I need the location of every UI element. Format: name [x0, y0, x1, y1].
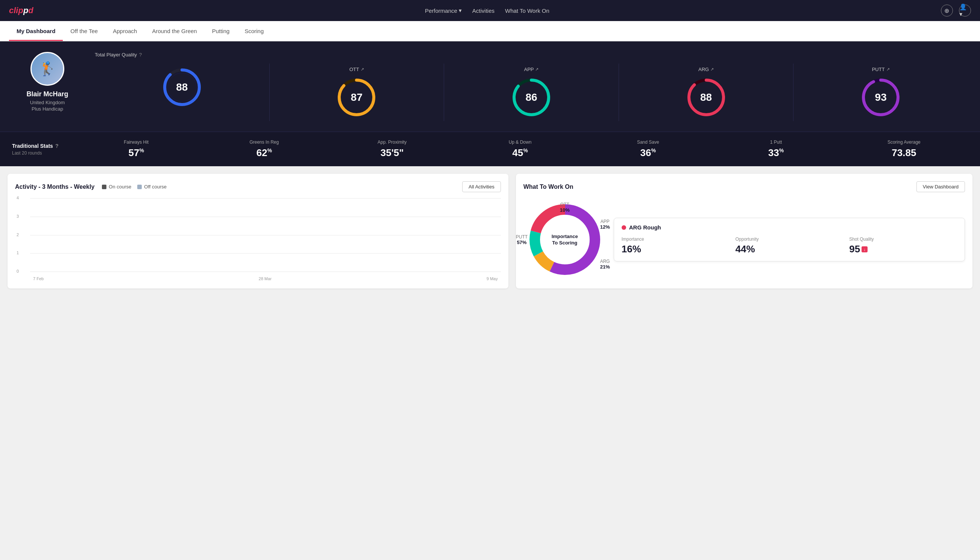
- legend-on-course: On course: [102, 184, 131, 190]
- stat-app-proximity: App. Proximity 35'5": [328, 140, 456, 159]
- tab-putting[interactable]: Putting: [205, 21, 237, 41]
- score-total: 88: [95, 63, 270, 121]
- nav-right: ⊕ 👤 ▾: [941, 5, 971, 17]
- dot-red: [622, 225, 626, 230]
- stats-row: Traditional Stats ? Last 20 rounds Fairw…: [0, 132, 980, 166]
- tab-off-the-tee[interactable]: Off the Tee: [63, 21, 105, 41]
- top-nav: clippd Performance ▾ Activities What To …: [0, 0, 980, 21]
- activity-panel: Activity - 3 Months - Weekly On course O…: [8, 174, 508, 288]
- gauge-ott: 87: [336, 77, 377, 118]
- metric-importance: Importance 16%: [622, 237, 730, 255]
- info-card-title: ARG Rough: [622, 224, 957, 230]
- score-putt: PUTT ↗ 93: [794, 63, 968, 121]
- player-name: Blair McHarg: [26, 90, 68, 98]
- gauge-arg-value: 88: [700, 92, 712, 103]
- what-to-work-panel: What To Work On View Dashboard Importanc…: [516, 174, 972, 288]
- tab-my-dashboard[interactable]: My Dashboard: [9, 21, 63, 41]
- bars-container: [30, 198, 501, 272]
- scores-row: 88 OTT ↗ 87 AP: [95, 63, 968, 121]
- tab-scoring[interactable]: Scoring: [237, 21, 271, 41]
- score-arg: ARG ↗ 88: [619, 63, 794, 121]
- quality-label: Total Player Quality ?: [95, 52, 968, 58]
- bar-group-2: [118, 271, 158, 272]
- info-metrics: Importance 16% Opportunity 44% Shot Qual…: [622, 237, 957, 255]
- score-cat-arg: ARG ↗: [698, 67, 714, 72]
- legend-on-dot: [102, 185, 106, 189]
- gauge-total-value: 88: [176, 81, 188, 93]
- all-activities-button[interactable]: All Activities: [462, 181, 501, 192]
- add-icon[interactable]: ⊕: [941, 5, 953, 17]
- stats-sub: Last 20 rounds: [12, 150, 72, 156]
- gauge-putt: 93: [860, 77, 902, 118]
- donut-label-arg: ARG 21%: [600, 259, 610, 270]
- stat-sand-save: Sand Save 36%: [584, 140, 712, 159]
- quality-section: Total Player Quality ? 88 OTT: [95, 52, 968, 121]
- donut-center-line1: Importance: [552, 233, 578, 240]
- gauge-app: 86: [511, 77, 552, 118]
- metric-shot-quality: Shot Quality 95 ↓: [849, 237, 957, 255]
- nav-what-to-work-on[interactable]: What To Work On: [505, 8, 549, 14]
- activity-title: Activity - 3 Months - Weekly: [15, 183, 95, 190]
- what-to-work-header: What To Work On View Dashboard: [524, 181, 965, 192]
- stat-scoring-avg: Scoring Average 73.85: [840, 140, 968, 159]
- stats-title: Traditional Stats ?: [12, 143, 72, 149]
- score-cat-ott: OTT ↗: [349, 67, 364, 72]
- what-to-work-body: Importance To Scoring OTT 10% APP 12% AR…: [524, 198, 965, 281]
- what-to-work-title: What To Work On: [524, 183, 574, 190]
- donut-wrapper: Importance To Scoring OTT 10% APP 12% AR…: [524, 198, 606, 281]
- tabs-bar: My Dashboard Off the Tee Approach Around…: [0, 21, 980, 42]
- legend-off-course: Off course: [137, 184, 166, 190]
- logo: clippd: [9, 6, 33, 15]
- bottom-panels: Activity - 3 Months - Weekly On course O…: [0, 166, 980, 296]
- gauge-total: 88: [161, 67, 203, 108]
- activity-panel-header: Activity - 3 Months - Weekly On course O…: [15, 181, 501, 192]
- score-ott: OTT ↗ 87: [270, 63, 444, 121]
- help-icon[interactable]: ?: [139, 52, 142, 58]
- user-menu[interactable]: 👤 ▾: [959, 5, 971, 17]
- nav-performance[interactable]: Performance ▾: [425, 7, 462, 14]
- score-cat-app: APP ↗: [524, 67, 539, 72]
- chart-area: 4 3 2 1 0 7 Feb 28 Mar 9 May: [15, 198, 501, 281]
- score-cat-putt: PUTT ↗: [872, 67, 890, 72]
- stats-help-icon[interactable]: ?: [55, 143, 59, 149]
- stat-greens-in-reg: Greens In Reg 62%: [200, 140, 328, 159]
- tab-around-the-green[interactable]: Around the Green: [145, 21, 204, 41]
- player-handicap: Plus Handicap: [32, 106, 63, 112]
- player-country: United Kingdom: [30, 100, 65, 105]
- x-labels: 7 Feb 28 Mar 9 May: [30, 277, 501, 281]
- bar-group-1: [76, 271, 116, 272]
- gauge-ott-value: 87: [351, 92, 363, 103]
- donut-label-ott: OTT 10%: [560, 202, 570, 213]
- metric-opportunity: Opportunity 44%: [735, 237, 843, 255]
- gauge-app-value: 86: [525, 92, 537, 103]
- stats-label: Traditional Stats ? Last 20 rounds: [12, 143, 72, 156]
- view-dashboard-button[interactable]: View Dashboard: [917, 181, 965, 192]
- avatar: 🏌️: [30, 52, 64, 86]
- stat-up-down: Up & Down 45%: [456, 140, 584, 159]
- nav-activities[interactable]: Activities: [473, 8, 494, 14]
- donut-label-putt: PUTT 57%: [516, 234, 527, 245]
- tab-approach[interactable]: Approach: [105, 21, 145, 41]
- donut-center-line2: To Scoring: [552, 240, 578, 246]
- gauge-arg: 88: [686, 77, 727, 118]
- player-info: 🏌️ Blair McHarg United Kingdom Plus Hand…: [12, 52, 95, 121]
- donut-center: Importance To Scoring: [552, 233, 578, 246]
- shot-quality-badge: ↓: [862, 246, 868, 252]
- chart-legend: On course Off course: [102, 184, 166, 190]
- score-app: APP ↗ 86: [444, 63, 619, 121]
- donut-label-app: APP 12%: [600, 219, 610, 230]
- stat-1-putt: 1 Putt 33%: [712, 140, 840, 159]
- stat-fairways-hit: Fairways Hit 57%: [72, 140, 200, 159]
- info-card: ARG Rough Importance 16% Opportunity 44%: [614, 218, 965, 262]
- legend-off-dot: [137, 185, 142, 189]
- gauge-putt-value: 93: [875, 92, 887, 103]
- hero-section: 🏌️ Blair McHarg United Kingdom Plus Hand…: [0, 42, 980, 132]
- nav-links: Performance ▾ Activities What To Work On: [425, 7, 549, 14]
